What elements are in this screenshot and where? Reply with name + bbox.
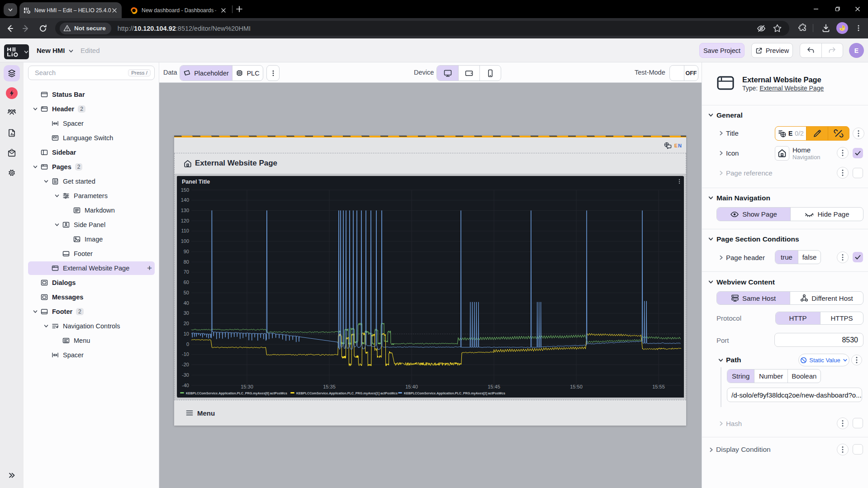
svg-text:30: 30: [184, 310, 189, 316]
svg-text:110: 110: [181, 228, 189, 233]
svg-text:Panel Title: Panel Title: [182, 179, 210, 185]
svg-text:120: 120: [181, 218, 189, 223]
svg-text:-30: -30: [182, 372, 189, 378]
svg-text:15:40: 15:40: [405, 384, 418, 389]
svg-text:70: 70: [184, 269, 189, 275]
svg-text:15:30: 15:30: [241, 384, 253, 389]
svg-text:KEBPLCComService.Application.P: KEBPLCComService.Application.PLC_PRG.myA…: [296, 392, 398, 395]
svg-text:KEBPLCComService.Application.P: KEBPLCComService.Application.PLC_PRG.myA…: [186, 392, 287, 395]
svg-text:-20: -20: [182, 362, 189, 367]
svg-text:15:50: 15:50: [570, 384, 583, 389]
svg-text:130: 130: [181, 208, 189, 213]
svg-text:40: 40: [184, 300, 189, 306]
svg-text:15:35: 15:35: [323, 384, 336, 389]
svg-text:50: 50: [184, 290, 189, 295]
svg-text:15:55: 15:55: [652, 384, 665, 389]
svg-text:KEBPLCComService.Application.P: KEBPLCComService.Application.PLC_PRG.myA…: [404, 392, 505, 395]
svg-text:-10: -10: [182, 351, 189, 357]
svg-text:150: 150: [181, 187, 189, 193]
svg-text:-40: -40: [182, 383, 189, 388]
svg-text:140: 140: [181, 197, 189, 203]
svg-text:80: 80: [184, 259, 189, 265]
svg-text:20: 20: [184, 321, 189, 326]
svg-text:0: 0: [186, 341, 189, 347]
svg-text:60: 60: [184, 280, 189, 285]
svg-text:90: 90: [184, 249, 189, 254]
svg-text:10: 10: [184, 331, 189, 336]
svg-text:15:45: 15:45: [488, 384, 500, 389]
svg-text:100: 100: [181, 238, 189, 244]
